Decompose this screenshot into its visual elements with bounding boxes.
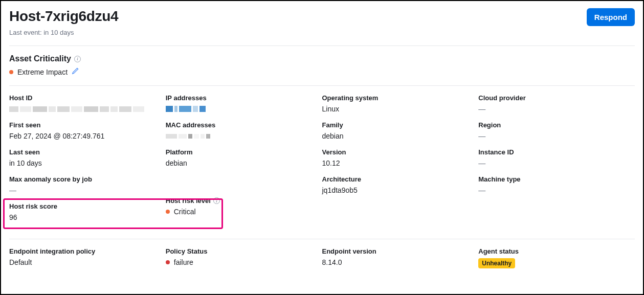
os-label: Operating system (322, 94, 479, 102)
divider (9, 46, 635, 46)
family-label: Family (322, 121, 479, 129)
host-risk-level-value-row: Critical (166, 208, 322, 216)
mac-addresses-value-redacted (166, 132, 322, 140)
last-event-label: Last event: in 10 days (9, 29, 118, 36)
policy-status-row: failure (166, 258, 322, 266)
host-risk-level-value: Critical (174, 208, 196, 216)
asset-criticality-value: Extreme Impact (17, 68, 68, 76)
version-label: Version (322, 148, 479, 156)
max-anomaly-value: — (9, 186, 166, 194)
policy-status-value: failure (174, 258, 193, 266)
host-id-label: Host ID (9, 94, 166, 102)
version-value: 10.12 (322, 159, 479, 167)
machine-type-value: — (478, 186, 635, 194)
criticality-dot-icon (9, 70, 13, 74)
first-seen-value: Feb 27, 2024 @ 08:27:49.761 (9, 132, 166, 140)
instance-id-label: Instance ID (478, 148, 635, 156)
respond-button[interactable]: Respond (587, 8, 635, 26)
risk-level-dot-icon (166, 210, 170, 214)
edit-icon[interactable] (72, 67, 79, 76)
asset-criticality-heading: Asset Criticality i (9, 54, 81, 63)
page-title: Host-7xrig6dzu4 (9, 8, 118, 25)
host-risk-level-label: Host risk level i (166, 197, 322, 205)
region-value: — (478, 132, 635, 140)
info-icon[interactable]: i (213, 197, 220, 204)
divider (9, 239, 635, 239)
endpoint-version-value: 8.14.0 (322, 258, 479, 266)
family-value: debian (322, 132, 479, 140)
first-seen-label: First seen (9, 121, 166, 129)
host-risk-score-label: Host risk score (9, 202, 166, 210)
cloud-provider-value: — (478, 105, 635, 113)
divider (9, 85, 635, 86)
mac-addresses-label: MAC addresses (166, 121, 322, 129)
region-label: Region (478, 121, 635, 129)
host-risk-score-value: 96 (9, 213, 166, 221)
info-icon[interactable]: i (74, 56, 81, 62)
machine-type-label: Machine type (478, 175, 635, 183)
endpoint-policy-value: Default (9, 258, 166, 266)
agent-status-label: Agent status (478, 247, 635, 255)
max-anomaly-label: Max anomaly score by job (9, 175, 166, 183)
ip-addresses-value-redacted (166, 105, 322, 113)
cloud-provider-label: Cloud provider (478, 94, 635, 102)
endpoint-version-label: Endpoint version (322, 247, 479, 255)
policy-status-label: Policy Status (166, 247, 322, 255)
endpoint-policy-label: Endpoint integration policy (9, 247, 166, 255)
policy-status-dot-icon (166, 260, 170, 264)
os-value: Linux (322, 105, 479, 113)
architecture-value: jq1dta9ob5 (322, 186, 479, 194)
agent-status-badge: Unhealthy (478, 258, 515, 268)
platform-label: Platform (166, 148, 322, 156)
instance-id-value: — (478, 159, 635, 167)
architecture-label: Architecture (322, 175, 479, 183)
host-id-value-redacted (9, 105, 166, 113)
last-seen-label: Last seen (9, 148, 166, 156)
asset-criticality-label: Asset Criticality (9, 54, 71, 63)
platform-value: debian (166, 159, 322, 167)
last-seen-value: in 10 days (9, 159, 166, 167)
ip-addresses-label: IP addresses (166, 94, 322, 102)
